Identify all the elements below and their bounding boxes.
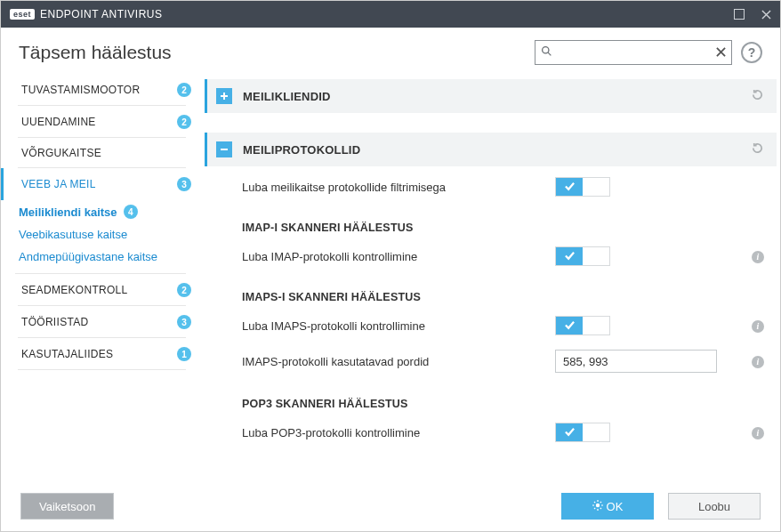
product-name: ENDPOINT ANTIVIRUS [40,8,162,20]
apply-icon [592,500,607,513]
toggle-pop3-enable[interactable] [555,423,610,442]
window-close-icon[interactable] [761,9,771,20]
window-maximize-icon[interactable] [734,9,745,20]
sidebar-item-device-control[interactable]: SEADMEKONTROLL 2 [1,274,204,306]
row-label: Luba IMAPS-protokolli kontrollimine [242,319,555,333]
info-icon[interactable]: i [752,356,764,368]
sidebar-label: VEEB JA MEIL [21,178,96,190]
button-label: OK [607,500,624,513]
brand: eset ENDPOINT ANTIVIRUS [10,8,162,20]
sidebar-label: TÖÖRIISTAD [21,316,88,328]
sidebar-sub-label: Meilikliendi kaitse [19,206,117,219]
sidebar: TUVASTAMISMOOTOR 2 UUENDAMINE 2 VÕRGUKAI… [1,74,204,481]
ok-button[interactable]: OK [561,493,654,520]
input-imaps-ports[interactable] [555,350,717,373]
section-body-mailprotocols: Luba meilikaitse protokollide filtrimise… [205,166,777,465]
row-imap-enable: Luba IMAP-protokolli kontrollimine i [242,239,764,273]
row-label: IMAPS-protokolli kasutatavad pordid [242,355,555,368]
search-input[interactable] [552,46,716,60]
svg-line-9 [600,502,600,503]
sidebar-badge: 1 [177,347,191,361]
sidebar-sub-webaccess[interactable]: Veebikasutuse kaitse [1,223,204,246]
sidebar-badge: 2 [177,83,191,97]
info-icon[interactable]: i [752,427,764,439]
sidebar-item-web-mail[interactable]: VEEB JA MEIL 3 [1,168,204,200]
sidebar-label: SEADMEKONTROLL [21,284,128,296]
section-header-mailclients[interactable]: MEILIKLIENDID [205,79,777,113]
sidebar-label: UUENDAMINE [21,116,96,128]
check-icon [564,181,576,194]
subheader-pop3: POP3 SKANNERI HÄÄLESTUS [242,380,764,415]
section-title: MEILIPROTOKOLLID [243,143,360,157]
svg-point-0 [543,47,549,53]
toggle-imaps-enable[interactable] [555,316,610,335]
reset-icon[interactable] [751,141,764,157]
footer: Vaiketsoon OK Loobu [1,481,780,531]
section-header-mailprotocols[interactable]: MEILIPROTOKOLLID [205,133,777,166]
content-pane: MEILIKLIENDID MEILIPROTOKOLLID Luba meil… [204,74,780,481]
row-label: Luba POP3-protokolli kontrollimine [242,426,555,439]
svg-line-8 [594,507,595,508]
sidebar-item-update[interactable]: UUENDAMINE 2 [1,106,204,138]
sidebar-item-ui[interactable]: KASUTAJALIIDES 1 [1,338,204,370]
sidebar-sub-mailclient[interactable]: Meilikliendi kaitse 4 [1,200,204,223]
search-icon [541,45,552,60]
row-imaps-ports: IMAPS-protokolli kasutatavad pordid i [242,343,764,380]
info-icon[interactable]: i [752,251,764,263]
sidebar-badge: 3 [177,177,191,191]
row-imaps-enable: Luba IMAPS-protokolli kontrollimine i [242,309,764,343]
sidebar-item-detection-engine[interactable]: TUVASTAMISMOOTOR 2 [1,74,204,106]
info-icon[interactable]: i [752,320,764,333]
defaults-button[interactable]: Vaiketsoon [20,493,114,520]
titlebar: eset ENDPOINT ANTIVIRUS [1,1,780,28]
clear-search-icon[interactable] [716,46,726,60]
header: Täpsem häälestus ? [1,28,780,74]
button-label: Vaiketsoon [39,500,95,513]
cancel-button[interactable]: Loobu [668,493,761,520]
sidebar-item-network[interactable]: VÕRGUKAITSE [1,138,204,168]
brand-badge: eset [10,9,35,20]
reset-icon[interactable] [751,88,764,104]
row-enable-mail-filter: Luba meilikaitse protokollide filtrimise… [242,170,764,204]
row-pop3-enable: Luba POP3-protokolli kontrollimine i [242,415,764,449]
check-icon [564,319,576,333]
sidebar-badge: 3 [177,315,191,329]
help-button[interactable]: ? [741,42,762,63]
sidebar-sub-label: Andmepüügivastane kaitse [19,250,157,263]
subheader-imaps: IMAPS-I SKANNERI HÄÄLESTUS [242,273,764,309]
svg-line-7 [600,507,600,508]
sidebar-sub-label: Veebikasutuse kaitse [19,228,127,241]
sidebar-badge: 2 [177,115,191,129]
expand-icon[interactable] [216,88,232,104]
sidebar-item-tools[interactable]: TÖÖRIISTAD 3 [1,306,204,338]
row-label: Luba meilikaitse protokollide filtrimise… [242,181,555,194]
sidebar-badge: 4 [124,205,138,219]
svg-line-6 [594,502,595,503]
sidebar-sub-antiphishing[interactable]: Andmepüügivastane kaitse [1,246,204,274]
sidebar-label: KASUTAJALIIDES [21,348,113,360]
sidebar-label: VÕRGUKAITSE [21,147,101,159]
subheader-imap: IMAP-I SKANNERI HÄÄLESTUS [242,204,764,239]
sidebar-badge: 2 [177,283,191,297]
toggle-imap-enable[interactable] [555,246,610,266]
section-title: MEILIKLIENDID [243,90,331,103]
row-label: Luba IMAP-protokolli kontrollimine [242,250,555,263]
button-label: Loobu [698,500,730,513]
toggle-enable-mail-filter[interactable] [555,177,610,197]
svg-point-1 [595,503,599,506]
search-box[interactable] [535,40,732,65]
check-icon [564,250,576,263]
page-title: Täpsem häälestus [19,42,172,63]
collapse-icon[interactable] [216,141,232,157]
sidebar-label: TUVASTAMISMOOTOR [21,84,140,96]
check-icon [564,426,576,439]
